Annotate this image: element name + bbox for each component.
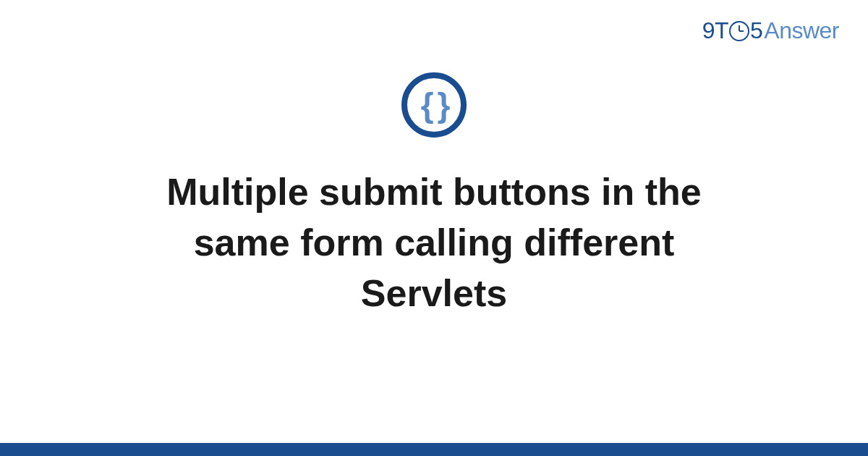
logo-text-t: T <box>715 17 728 44</box>
clock-icon <box>729 21 749 41</box>
site-logo: 9 T 5 Answer <box>702 17 839 44</box>
logo-text-9: 9 <box>702 17 715 44</box>
logo-text-5: 5 <box>750 17 762 44</box>
main-content: { } Multiple submit buttons in the same … <box>0 72 868 319</box>
page-title: Multiple submit buttons in the same form… <box>87 166 781 319</box>
logo-text-answer: Answer <box>764 17 839 44</box>
code-braces-icon: { } <box>421 88 448 122</box>
footer-accent-bar <box>0 443 868 456</box>
topic-icon-circle: { } <box>401 72 467 138</box>
